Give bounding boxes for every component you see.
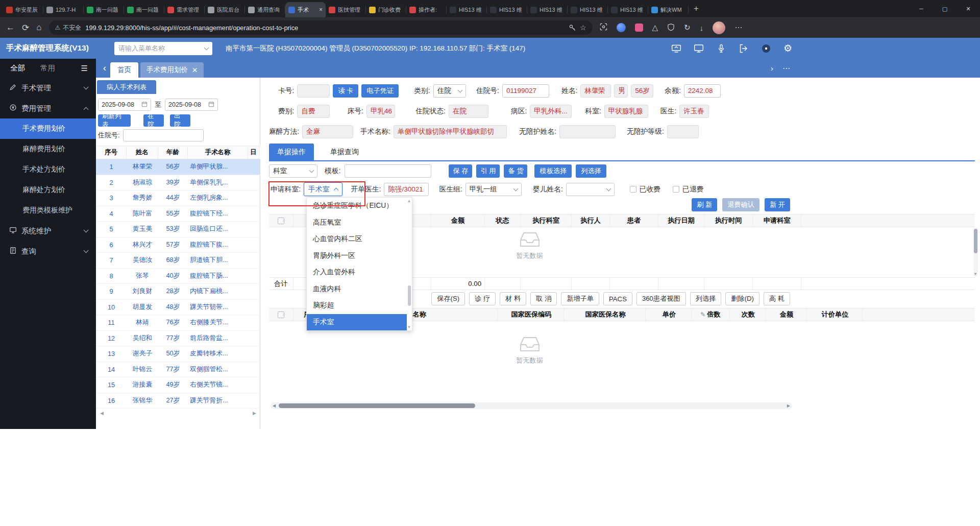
dropdown-scrollbar-thumb[interactable] (408, 285, 411, 306)
back-icon[interactable]: ← (6, 22, 15, 33)
patient-row[interactable]: 10 胡显发 48岁 踝关节韧带... (96, 300, 260, 316)
refresh-button[interactable]: 刷 新 (692, 198, 717, 211)
tab-doc-operate[interactable]: 单据操作 (269, 144, 314, 160)
department-option[interactable]: 心血管内科二区 (307, 231, 407, 248)
scroll-up-icon[interactable]: ▲ (407, 199, 411, 203)
browser-tab[interactable]: 手术 × (285, 2, 326, 17)
monitor-icon[interactable] (694, 43, 704, 54)
patient-row[interactable]: 9 刘良财 28岁 内镜下扁桃... (96, 284, 260, 300)
refund-confirm-button[interactable]: 退费确认 (722, 198, 760, 211)
patient-row[interactable]: 1 林肇荣 56岁 单侧甲状腺... (96, 159, 260, 175)
patient-row[interactable]: 7 吴德汝 68岁 胆道镜下胆... (96, 253, 260, 269)
detail-toolbar-button[interactable]: 列选择 (690, 292, 722, 305)
charged-checkbox[interactable] (630, 186, 636, 193)
template-input[interactable] (345, 164, 431, 178)
tab-more-icon[interactable]: ⋯ (782, 64, 790, 73)
department-option[interactable]: 脑彩超 (307, 297, 407, 314)
hamburger-icon[interactable]: ☰ (81, 64, 88, 73)
patient-row[interactable]: 15 游接囊 49岁 右侧关节镜... (96, 377, 260, 393)
sidebar-group-surgery[interactable]: 手术管理 (0, 78, 96, 98)
sidebar-subitem[interactable]: 手术费用划价 (0, 118, 96, 139)
scroll-left-icon[interactable]: ◀ (273, 403, 276, 408)
browser-tab[interactable]: 通用查询 (245, 2, 285, 17)
favorite-star-icon[interactable]: ☆ (580, 23, 586, 32)
browser-tab[interactable]: 医技管理 (326, 2, 366, 17)
tab-current-page[interactable]: 手术费用划价 ✕ (140, 62, 204, 78)
browser-tab[interactable]: 需求管理 (164, 2, 205, 17)
sidebar-subitem[interactable]: 费用类模板维护 (0, 200, 96, 221)
maximize-button[interactable]: ▢ (933, 0, 957, 17)
detail-toolbar-button[interactable]: 诊 疗 (469, 292, 496, 305)
browser-tab[interactable]: 南一问题 (124, 2, 164, 17)
detail-toolbar-button[interactable]: 保存(S) (431, 292, 465, 305)
detail-toolbar-button[interactable]: 新增子单 (561, 292, 599, 305)
new-tab-button[interactable]: + (689, 4, 704, 14)
detail-toolbar-button[interactable]: 材 料 (500, 292, 526, 305)
escort-level-input[interactable] (667, 125, 699, 138)
browser-tab[interactable]: HIS13 维 (527, 2, 568, 17)
patient-row[interactable]: 2 杨淑琼 39岁 单侧保乳乳... (96, 175, 260, 191)
tab-home[interactable]: 首页 (110, 62, 138, 78)
detail-toolbar-button[interactable]: PACS (603, 292, 632, 305)
save-button[interactable]: 保 存 (449, 164, 472, 178)
browser-tab[interactable]: 医院后台 (205, 2, 245, 17)
department-option[interactable]: 血液内科 (307, 281, 407, 298)
refresh-icon[interactable]: ⟳ (22, 22, 29, 33)
sidebar-subitem[interactable]: 手术处方划价 (0, 159, 96, 180)
browser-tab[interactable]: HIS13 维 (447, 2, 487, 17)
chevron-right-icon[interactable]: › (771, 64, 773, 73)
patient-row[interactable]: 6 林兴才 57岁 腹腔镜下腹... (96, 237, 260, 253)
scroll-down-icon[interactable]: ▼ (973, 272, 977, 276)
admission-no-input[interactable]: 01199027 (502, 84, 549, 98)
close-window-button[interactable]: ✕ (957, 0, 980, 17)
scrollbar-thumb[interactable] (279, 403, 475, 408)
sidebar-tab-common[interactable]: 常用 (40, 63, 55, 73)
browser-tab[interactable]: 南一问题 (84, 2, 124, 17)
date-to-input[interactable]: 2025-09-08 (165, 99, 218, 111)
patient-row[interactable]: 8 张琴 40岁 腹腔镜下肠... (96, 269, 260, 284)
security-badge[interactable]: ⚠ 不安全 (55, 23, 82, 32)
voice-icon[interactable] (716, 43, 726, 54)
screen-share-icon[interactable] (671, 43, 681, 54)
patient-row[interactable]: 12 吴绍和 77岁 前后路骨盆... (96, 331, 260, 347)
column-select-button[interactable]: 列选择 (576, 164, 606, 178)
download-icon[interactable]: ↓ (700, 23, 704, 32)
stock-button[interactable]: 备 货 (504, 164, 527, 178)
date-from-input[interactable]: 2025-09-08 (98, 99, 151, 111)
patient-row[interactable]: 5 黄玉美 53岁 回肠造口还... (96, 222, 260, 237)
scroll-left-icon[interactable]: ◀ (100, 411, 104, 416)
tab-doc-query[interactable]: 单据查询 (322, 144, 367, 160)
sidebar-group-query[interactable]: 查询 (0, 241, 96, 261)
apply-dept-combo[interactable]: 手术室 (304, 182, 342, 196)
patient-row[interactable]: 3 詹秀娇 44岁 左侧乳房象... (96, 190, 260, 206)
browser-tab[interactable]: 操作者: (406, 2, 447, 17)
extension-pink-icon[interactable] (635, 23, 643, 32)
dept-category-select[interactable]: 科室 (269, 164, 317, 178)
browser-tab[interactable]: HIS13 维 (568, 2, 608, 17)
department-option[interactable]: 胃肠外科一区 (307, 248, 407, 265)
in-hospital-button[interactable]: 在 院 (143, 114, 164, 127)
minimize-button[interactable]: ─ (910, 0, 933, 17)
home-icon[interactable]: ⌂ (36, 22, 41, 33)
template-select-button[interactable]: 模板选择 (534, 164, 572, 178)
refresh-list-button[interactable]: 刷新列表 (98, 114, 131, 127)
browser-menu-icon[interactable]: ⋯ (734, 23, 742, 32)
orders-vertical-scrollbar[interactable] (973, 228, 978, 276)
order-doctor-input[interactable]: 陈强/30021 (384, 183, 429, 196)
browser-tab[interactable]: 129.7-H (43, 2, 84, 17)
horizontal-scrollbar[interactable]: ◀ ▶ (271, 402, 792, 409)
department-option[interactable]: 手术室 (307, 314, 407, 331)
detail-toolbar-button[interactable]: 删除(D) (725, 292, 760, 305)
evoucher-button[interactable]: 电子凭证 (361, 84, 399, 98)
sidebar-subitem[interactable]: 麻醉费用划价 (0, 139, 96, 159)
browser-tab[interactable]: 解决WM (648, 2, 689, 17)
baby-name-select[interactable] (566, 183, 615, 196)
out-hospital-button[interactable]: 出 院 (170, 114, 190, 127)
detail-toolbar-button[interactable]: 高 耗 (764, 292, 790, 305)
sidebar-tab-all[interactable]: 全部 (10, 63, 25, 73)
eye-icon[interactable] (761, 43, 771, 54)
admission-no-filter-input[interactable] (123, 129, 204, 141)
escort-name-input[interactable] (559, 125, 616, 138)
sidebar-subitem[interactable]: 麻醉处方划价 (0, 180, 96, 200)
collapse-chevron-icon[interactable]: ‹ (99, 63, 110, 74)
